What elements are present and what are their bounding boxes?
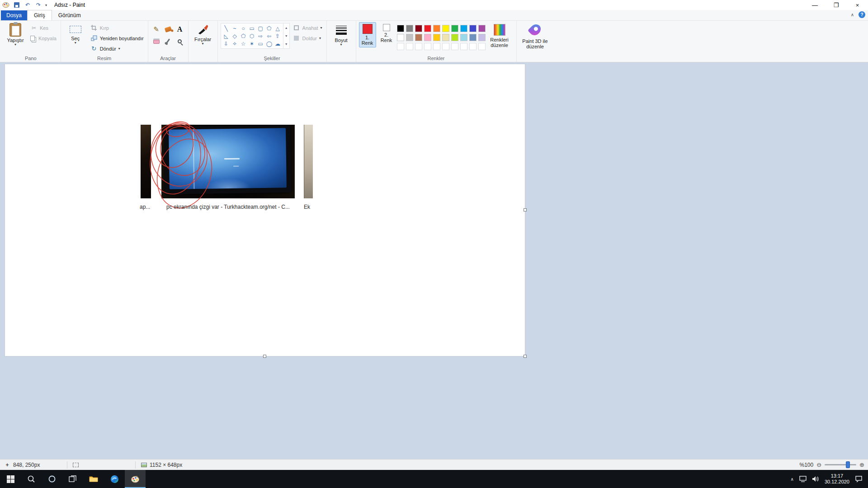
text-tool-button[interactable]: A	[175, 24, 185, 35]
shape-right-triangle[interactable]: ◺	[222, 32, 231, 40]
canvas-resize-handle-corner[interactable]	[524, 355, 527, 358]
shape-line[interactable]: ╲	[222, 24, 231, 32]
size-dropdown-icon[interactable]: ▾	[340, 43, 342, 46]
cortana-button[interactable]	[42, 470, 62, 488]
palette-color[interactable]	[433, 34, 440, 41]
shape-ellipse[interactable]: ○	[239, 24, 248, 32]
palette-color[interactable]	[424, 34, 431, 41]
shapes-expand-button[interactable]: ▼	[283, 40, 289, 48]
palette-empty-slot[interactable]	[415, 43, 422, 50]
palette-empty-slot[interactable]	[424, 43, 431, 50]
shape-diamond[interactable]: ◇	[231, 32, 239, 40]
help-button[interactable]: ?	[859, 11, 865, 18]
zoom-in-button[interactable]: ⊕	[859, 461, 864, 468]
size-button[interactable]: Boyut ▾	[330, 22, 353, 47]
palette-color[interactable]	[478, 34, 486, 41]
palette-color[interactable]	[460, 25, 467, 32]
tab-view[interactable]: Görünüm	[52, 10, 87, 20]
palette-empty-slot[interactable]	[478, 43, 486, 50]
eraser-tool-button[interactable]	[151, 36, 162, 47]
palette-color[interactable]	[424, 25, 431, 32]
shape-pentagon[interactable]: ⬠	[239, 32, 248, 40]
cut-button[interactable]: ✂ Kes	[29, 23, 58, 33]
shape-cloud-callout[interactable]: ☁	[274, 40, 282, 47]
file-explorer-button[interactable]	[83, 470, 104, 488]
select-button[interactable]: Seç ▾	[64, 22, 87, 45]
color-picker-tool-button[interactable]	[163, 36, 174, 47]
shape-hexagon[interactable]: ⬡	[248, 32, 256, 40]
search-button[interactable]	[21, 470, 42, 488]
redo-button[interactable]: ↷	[34, 1, 42, 9]
palette-color[interactable]	[442, 34, 449, 41]
close-button[interactable]: ×	[847, 0, 868, 10]
color2-button[interactable]: 2. Renk	[378, 22, 395, 45]
shape-oval-callout[interactable]: ◯	[265, 40, 274, 47]
zoom-slider-thumb[interactable]	[846, 461, 850, 468]
paint3d-button[interactable]: Paint 3D iledüzenle	[519, 22, 551, 50]
shape-fill-button[interactable]: Doldur ▾	[292, 33, 324, 43]
palette-color[interactable]	[469, 25, 476, 32]
canvas-resize-handle-bottom[interactable]	[263, 355, 266, 358]
fill-dropdown-icon[interactable]: ▾	[319, 37, 321, 40]
tab-file[interactable]: Dosya	[1, 10, 27, 20]
palette-empty-slot[interactable]	[406, 43, 413, 50]
select-dropdown-icon[interactable]: ▾	[75, 41, 76, 44]
rotate-button[interactable]: ↻ Döndür ▾	[89, 44, 145, 53]
palette-color[interactable]	[451, 34, 458, 41]
network-icon[interactable]	[799, 476, 807, 482]
palette-empty-slot[interactable]	[433, 43, 440, 50]
palette-empty-slot[interactable]	[442, 43, 449, 50]
crop-button[interactable]: Kırp	[89, 23, 145, 33]
shapes-scroll-up-button[interactable]: ▲	[283, 23, 289, 32]
palette-color[interactable]	[415, 34, 422, 41]
brushes-dropdown-icon[interactable]: ▾	[202, 42, 204, 45]
tray-chevron-icon[interactable]: ∧	[791, 477, 794, 482]
palette-empty-slot[interactable]	[460, 43, 467, 50]
palette-empty-slot[interactable]	[397, 43, 404, 50]
shape-six-point-star[interactable]: ✶	[248, 40, 256, 47]
fill-tool-button[interactable]	[163, 24, 174, 35]
shape-outline-button[interactable]: Anahat ▾	[292, 23, 324, 33]
color1-button[interactable]: 1. Renk	[359, 22, 376, 47]
collapse-ribbon-button[interactable]: ∧	[851, 12, 854, 17]
shape-arrow-up[interactable]: ⇧	[274, 32, 282, 40]
volume-icon[interactable]	[812, 476, 819, 482]
shape-arrow-down[interactable]: ⇩	[222, 40, 231, 47]
magnifier-tool-button[interactable]	[175, 36, 185, 47]
shapes-scroll-down-button[interactable]: ▼	[283, 32, 289, 40]
paint-taskbar-button[interactable]	[125, 470, 146, 488]
shape-arrow-right[interactable]: ⇨	[256, 32, 265, 40]
paste-button[interactable]: Yapıştır ▾	[4, 22, 27, 47]
customize-qat-button[interactable]: ▾	[45, 3, 47, 7]
palette-color[interactable]	[442, 25, 449, 32]
pencil-tool-button[interactable]: ✎	[151, 24, 162, 35]
shape-rounded-callout[interactable]: ▭	[256, 40, 265, 47]
shape-rectangle[interactable]: ▭	[248, 24, 256, 32]
action-center-icon[interactable]	[855, 475, 863, 483]
canvas-resize-handle-right[interactable]	[524, 208, 527, 211]
outline-dropdown-icon[interactable]: ▾	[320, 26, 322, 29]
shape-four-point-star[interactable]: ✧	[231, 40, 239, 47]
palette-color[interactable]	[469, 34, 476, 41]
edit-colors-button[interactable]: Renkleridüzenle	[487, 22, 512, 50]
palette-color[interactable]	[397, 34, 404, 41]
copy-button[interactable]: Kopyala	[29, 33, 58, 43]
undo-button[interactable]: ↶	[24, 1, 32, 9]
zoom-out-button[interactable]: ⊖	[816, 461, 821, 468]
palette-color[interactable]	[406, 25, 413, 32]
restore-button[interactable]: ❐	[826, 0, 847, 10]
shape-five-point-star[interactable]: ☆	[239, 40, 248, 47]
palette-empty-slot[interactable]	[451, 43, 458, 50]
palette-color[interactable]	[397, 25, 404, 32]
rotate-dropdown-icon[interactable]: ▾	[118, 47, 120, 50]
shape-arrow-left[interactable]: ⇦	[265, 32, 274, 40]
start-button[interactable]	[0, 470, 21, 488]
edge-button[interactable]	[104, 470, 125, 488]
tab-home[interactable]: Giriş	[27, 10, 52, 20]
paste-dropdown-icon[interactable]: ▾	[14, 43, 16, 46]
shape-rounded-rectangle[interactable]: ▢	[256, 24, 265, 32]
minimize-button[interactable]: —	[804, 0, 826, 10]
palette-color[interactable]	[415, 25, 422, 32]
save-button[interactable]	[13, 1, 21, 9]
drawing-canvas[interactable]: ap... pc ekranında çizgi var - Turkhackt…	[5, 64, 525, 357]
